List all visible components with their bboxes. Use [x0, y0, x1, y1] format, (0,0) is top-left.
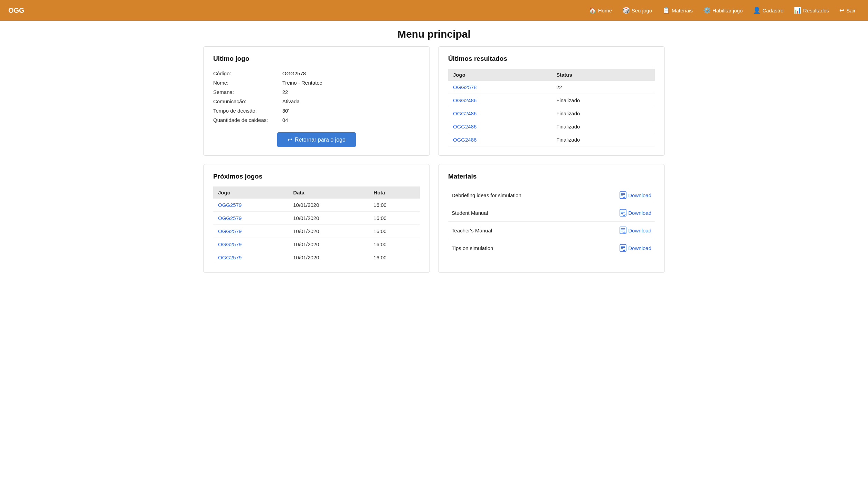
- download-icon: [620, 191, 626, 199]
- material-name: Tips on simulation: [452, 245, 493, 251]
- list-item: Nome:Treino - Rentatec: [213, 78, 420, 87]
- jogo-data: 10/01/2020: [288, 199, 369, 212]
- ultimos-resultados-title: Últimos resultados: [448, 55, 655, 63]
- return-button[interactable]: ↩ Retornar para o jogo: [277, 132, 356, 147]
- download-icon: [620, 227, 626, 234]
- nav-seu-jogo[interactable]: 🎲 Seu jogo: [618, 4, 656, 16]
- table-row: OGG257910/01/202016:00: [213, 212, 420, 225]
- results-col-jogo: Jogo: [448, 69, 551, 81]
- field-value: 04: [282, 115, 420, 125]
- download-button[interactable]: Download: [620, 244, 651, 252]
- table-row: OGG257910/01/202016:00: [213, 251, 420, 264]
- result-jogo[interactable]: OGG2486: [448, 94, 551, 107]
- nav-home[interactable]: 🏠 Home: [585, 4, 616, 16]
- field-value: Treino - Rentatec: [282, 78, 420, 87]
- main-grid: Ultimo jogo Código:OGG2578Nome:Treino - …: [192, 46, 676, 284]
- field-label: Nome:: [213, 78, 282, 87]
- material-name: Debriefing ideas for simulation: [452, 192, 521, 198]
- jogo-link[interactable]: OGG2579: [213, 199, 288, 212]
- result-jogo[interactable]: OGG2486: [448, 133, 551, 146]
- field-label: Comunicação:: [213, 97, 282, 106]
- field-value: 30': [282, 106, 420, 115]
- table-row: OGG2486Finalizado: [448, 133, 655, 146]
- jogo-hota: 16:00: [369, 199, 420, 212]
- result-jogo[interactable]: OGG2578: [448, 81, 551, 94]
- download-label: Download: [628, 228, 651, 233]
- jogo-hota: 16:00: [369, 238, 420, 251]
- nav-sair[interactable]: ↩ Sair: [835, 4, 860, 16]
- jogo-hota: 16:00: [369, 212, 420, 225]
- nav-materiais[interactable]: 📋 Materiais: [658, 4, 697, 16]
- nav-habilitar-jogo[interactable]: ⚙️ Habilitar jogo: [699, 4, 747, 16]
- jogos-table: Jogo Data Hota OGG257910/01/202016:00OGG…: [213, 186, 420, 264]
- ultimos-resultados-card: Últimos resultados Jogo Status OGG257822…: [438, 46, 665, 156]
- jogo-link[interactable]: OGG2579: [213, 251, 288, 264]
- result-status: Finalizado: [551, 133, 655, 146]
- field-label: Código:: [213, 69, 282, 78]
- jogo-link[interactable]: OGG2579: [213, 212, 288, 225]
- return-button-label: Retornar para o jogo: [295, 137, 346, 143]
- field-label: Quantidade de caideas:: [213, 115, 282, 125]
- jogo-link[interactable]: OGG2579: [213, 238, 288, 251]
- list-item: Quantidade de caideas:04: [213, 115, 420, 125]
- table-row: OGG257910/01/202016:00: [213, 238, 420, 251]
- home-icon: 🏠: [589, 7, 596, 14]
- download-button[interactable]: Download: [620, 191, 651, 199]
- result-status: Finalizado: [551, 107, 655, 120]
- brand: OGG: [8, 7, 25, 15]
- field-value: Ativada: [282, 97, 420, 106]
- result-status: Finalizado: [551, 120, 655, 133]
- dice-icon: 🎲: [622, 7, 630, 14]
- result-status: 22: [551, 81, 655, 94]
- jogo-data: 10/01/2020: [288, 225, 369, 238]
- materiais-list: Debriefing ideas for simulation Download…: [448, 186, 655, 257]
- jogo-data: 10/01/2020: [288, 212, 369, 225]
- navbar: OGG 🏠 Home 🎲 Seu jogo 📋 Materiais ⚙️ Hab…: [0, 0, 868, 21]
- jogo-link[interactable]: OGG2579: [213, 225, 288, 238]
- download-button[interactable]: Download: [620, 209, 651, 217]
- jogos-col-hota: Hota: [369, 186, 420, 199]
- list-item: Semana:22: [213, 87, 420, 97]
- table-row: OGG2486Finalizado: [448, 107, 655, 120]
- download-button[interactable]: Download: [620, 227, 651, 234]
- table-row: OGG257822: [448, 81, 655, 94]
- table-row: OGG2486Finalizado: [448, 94, 655, 107]
- proximos-jogos-card: Próximos jogos Jogo Data Hota OGG257910/…: [203, 164, 430, 273]
- list-item: Comunicação:Ativada: [213, 97, 420, 106]
- download-label: Download: [628, 210, 651, 216]
- material-row: Debriefing ideas for simulation Download: [448, 186, 655, 204]
- jogos-col-jogo: Jogo: [213, 186, 288, 199]
- table-row: OGG2486Finalizado: [448, 120, 655, 133]
- ultimo-jogo-table: Código:OGG2578Nome:Treino - RentatecSema…: [213, 69, 420, 125]
- result-status: Finalizado: [551, 94, 655, 107]
- jogo-hota: 16:00: [369, 251, 420, 264]
- user-icon: 👤: [753, 7, 761, 14]
- result-jogo[interactable]: OGG2486: [448, 120, 551, 133]
- list-item: Tempo de decisão:30': [213, 106, 420, 115]
- page-title: Menu principal: [0, 21, 868, 46]
- field-value: 22: [282, 87, 420, 97]
- logout-icon: ↩: [839, 7, 845, 14]
- return-icon: ↩: [287, 136, 292, 143]
- materiais-card: Materiais Debriefing ideas for simulatio…: [438, 164, 665, 273]
- jogo-data: 10/01/2020: [288, 238, 369, 251]
- ultimo-jogo-title: Ultimo jogo: [213, 55, 420, 63]
- field-label: Tempo de decisão:: [213, 106, 282, 115]
- result-jogo[interactable]: OGG2486: [448, 107, 551, 120]
- download-icon: [620, 209, 626, 217]
- table-row: OGG257910/01/202016:00: [213, 199, 420, 212]
- nav-cadastro[interactable]: 👤 Cadastro: [749, 4, 787, 16]
- chart-icon: 📊: [794, 7, 801, 14]
- download-label: Download: [628, 192, 651, 198]
- material-row: Student Manual Download: [448, 204, 655, 222]
- table-row: OGG257910/01/202016:00: [213, 225, 420, 238]
- list-item: Código:OGG2578: [213, 69, 420, 78]
- ultimo-jogo-card: Ultimo jogo Código:OGG2578Nome:Treino - …: [203, 46, 430, 156]
- jogo-hota: 16:00: [369, 225, 420, 238]
- nav-resultados[interactable]: 📊 Resultados: [790, 4, 833, 16]
- materiais-title: Materiais: [448, 173, 655, 180]
- nav-items: 🏠 Home 🎲 Seu jogo 📋 Materiais ⚙️ Habilit…: [585, 4, 860, 16]
- field-label: Semana:: [213, 87, 282, 97]
- results-col-status: Status: [551, 69, 655, 81]
- materiais-icon: 📋: [662, 7, 670, 14]
